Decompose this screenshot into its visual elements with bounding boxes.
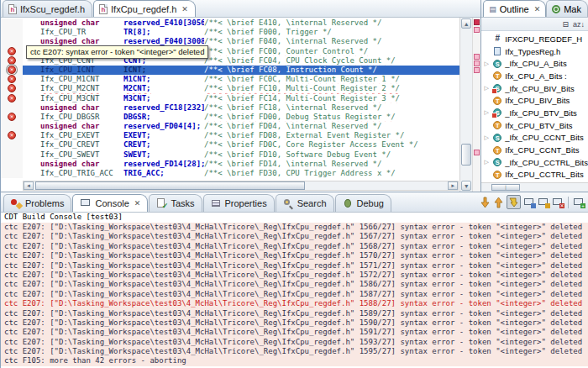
outline-item[interactable]: ▷S_Ifx_CPU_CCNT_Bits (481, 132, 588, 145)
error-mark[interactable] (474, 60, 480, 66)
error-mark[interactable] (474, 67, 480, 73)
member-name: M2CNT; (123, 84, 204, 93)
error-marker-icon[interactable]: ✕ (8, 75, 16, 83)
console-line[interactable]: ctc E207: ["D:\Tasking_Workspace\test03\… (1, 232, 588, 241)
console-line[interactable]: ctc E207: ["D:\Tasking_Workspace\test03\… (1, 280, 588, 289)
console-line[interactable]: ctc E207: ["D:\Tasking_Workspace\test03\… (1, 251, 588, 260)
scroll-left-arrow-icon[interactable]: ◄ (24, 181, 34, 190)
console-final-line[interactable]: ctc F105: more than 42 errors - aborting (1, 356, 588, 365)
error-marker-icon[interactable]: ✕ (8, 131, 16, 139)
code-line[interactable]: ✕Ifx_CPU_M3CNTM3CNT;/**< \brief FC14, Mu… (1, 94, 459, 103)
scroll-right-arrow-icon[interactable]: ► (448, 181, 458, 190)
error-marker-icon[interactable]: ✕ (8, 84, 16, 92)
outline-item[interactable]: TIfx_CPU_A_Bits : (481, 70, 588, 82)
code-line[interactable]: Ifx_CPU_CREVTCREVT;/**< \brief FD0C, Cor… (1, 140, 459, 150)
error-mark[interactable] (474, 27, 480, 33)
error-marker-icon[interactable]: ✕ (8, 113, 16, 121)
outline-item[interactable]: TIfx_CPU_CCNT_Bits (481, 144, 588, 156)
outline-item[interactable]: ▷S_Ifx_CPU_BTV_Bits (481, 107, 588, 119)
console-line[interactable]: ctc E207: ["D:\Tasking_Workspace\test03\… (1, 290, 588, 299)
outline-item[interactable]: #IFXCPU_REGDEF_H (481, 33, 588, 45)
display-selected-console-icon[interactable] (523, 197, 535, 208)
editor-horizontal-scrollbar[interactable]: ◄ ► (23, 181, 459, 191)
expand-arrow-icon[interactable]: ▷ (483, 60, 490, 67)
console-line[interactable]: ctc E207: ["D:\Tasking_Workspace\test03\… (1, 309, 588, 318)
error-mark[interactable] (474, 150, 480, 155)
console-line[interactable]: ctc E207: ["D:\Tasking_Workspace\test03\… (1, 223, 588, 232)
view-tab-properties[interactable]: Properties (203, 194, 275, 212)
horizontal-scroll-thumb[interactable] (35, 181, 305, 190)
code-line[interactable]: ✕Ifx_CPU_DBGSRDBGSR;/**< \brief FD00, De… (1, 113, 459, 122)
vertical-scroll-thumb[interactable] (461, 144, 471, 166)
scroll-up-arrow-icon[interactable]: ▲ (461, 18, 471, 29)
error-marker-icon[interactable]: ✕ (8, 94, 16, 103)
outline-item[interactable]: ▷S_Ifx_CPU_A_Bits (481, 57, 588, 70)
editor-tab-IfxCpu_regdef.h[interactable]: hIfxCpu_regdef.h✕ (93, 0, 196, 17)
outline-item[interactable]: TIfx_CPU_BIV_Bits (481, 94, 588, 107)
outline-item[interactable]: TIfx_CPU_CCTRL_Bits (481, 169, 588, 181)
code-line[interactable]: unsigned charreserved_FC18[232];/**< \br… (1, 103, 459, 113)
close-icon[interactable]: ✕ (180, 5, 188, 13)
error-mark[interactable] (474, 19, 480, 25)
view-tab-console[interactable]: Console✕ (72, 194, 148, 212)
console-view[interactable]: CDT Build Console [test03] ctc E207: ["D… (1, 213, 588, 368)
expand-arrow-icon[interactable]: ▷ (483, 85, 490, 92)
console-line[interactable]: ctc E207: ["D:\Tasking_Workspace\test03\… (1, 271, 588, 280)
tab-outline[interactable]: ▤ Outline ✕ (483, 0, 546, 17)
outline-tree[interactable]: #IFXCPU_REGDEF_HIfx_TypesReg.h▷S_Ifx_CPU… (481, 31, 588, 182)
console-line[interactable]: ctc E207: ["D:\Tasking_Workspace\test03\… (1, 261, 588, 271)
close-console-icon[interactable]: ✕ (552, 197, 564, 208)
code-line[interactable]: ✕Ifx_CPU_M1CNTM1CNT;/**< \brief FC0C, Mu… (1, 75, 459, 84)
collapse-all-icon[interactable]: ⊟ (562, 20, 569, 29)
console-line[interactable]: ctc E207: ["D:\Tasking_Workspace\test03\… (1, 299, 588, 308)
console-line[interactable]: ctc E207: ["D:\Tasking_Workspace\test03\… (1, 318, 588, 328)
code-line[interactable]: unsigned charreserved_E410[3056];/**< \b… (1, 18, 459, 28)
outline-horizontal-scrollbar[interactable]: 𝍩 (481, 182, 588, 192)
console-line[interactable]: ctc E207: ["D:\Tasking_Workspace\test03\… (1, 347, 588, 356)
console-line[interactable]: ctc E207: ["D:\Tasking_Workspace\test03\… (1, 338, 588, 347)
code-line[interactable]: unsigned charreserved_FD04[4];/**< \brie… (1, 122, 459, 131)
console-line[interactable]: ctc E207: ["D:\Tasking_Workspace\test03\… (1, 328, 588, 337)
code-comment: /**< \brief FC10, Multi-Count Register 2… (204, 84, 459, 93)
outline-item[interactable]: Ifx_TypesReg.h (481, 45, 588, 58)
code-area[interactable]: unsigned charreserved_E410[3056];/**< \b… (1, 18, 459, 192)
sort-icon[interactable]: a︎z↓ (573, 20, 585, 29)
outline-item[interactable]: TIfx_CPU_BTV_Bits (481, 119, 588, 132)
error-marker-icon[interactable]: ✕ (8, 47, 16, 55)
expand-arrow-icon[interactable]: ▷ (483, 134, 490, 141)
editor-body[interactable]: unsigned charreserved_E410[3056];/**< \b… (1, 18, 480, 192)
view-tab-search[interactable]: Search (276, 194, 334, 212)
scroll-lock-icon[interactable] (538, 197, 549, 208)
expand-arrow-icon[interactable]: ▷ (483, 109, 490, 116)
next-error-arrow-icon[interactable] (480, 197, 491, 208)
code-line[interactable]: ✕Ifx_CPU_ICNTICNT;/**< \brief FC08, Inst… (1, 66, 459, 75)
close-icon[interactable]: ✕ (533, 5, 541, 13)
scroll-down-arrow-icon[interactable]: ▼ (461, 181, 471, 191)
outline-scroll-thumb[interactable]: 𝍩 (491, 184, 520, 191)
error-marker-icon[interactable]: ✕ (8, 56, 16, 65)
previous-error-arrow-icon[interactable] (493, 197, 504, 208)
code-line[interactable]: ✕Ifx_CPU_M2CNTM2CNT;/**< \brief FC10, Mu… (1, 84, 459, 93)
editor-tab-IfxScu_regdef.h[interactable]: hIfxScu_regdef.h (3, 0, 92, 17)
error-marker-icon[interactable]: ✕ (8, 66, 16, 74)
view-tab-debug[interactable]: Debug (335, 194, 391, 212)
code-line[interactable]: ✕Ifx_CPU_EXEVTEXEVT;/**< \brief FD08, Ex… (1, 131, 459, 140)
code-line[interactable]: Ifx_CPU_TRIG_ACCTRIG_ACC;/**< \brief FD3… (1, 169, 459, 178)
outline-item[interactable]: ▷S_Ifx_CPU_CCTRL_Bits (481, 156, 588, 169)
error-mark[interactable] (474, 54, 480, 60)
typedef-letter: T (493, 146, 501, 155)
show-console-on-output-button[interactable] (507, 195, 521, 209)
code-line[interactable]: Ifx_CPU_TRTR[8];/**< \brief F000, Trigge… (1, 28, 459, 37)
view-tab-problems[interactable]: Problems (3, 194, 71, 212)
editor-vertical-scrollbar[interactable]: ▲ ▼ (459, 18, 472, 192)
overview-ruler[interactable] (472, 18, 480, 192)
tab-make-targets[interactable]: Mak (546, 0, 588, 17)
code-line[interactable]: unsigned charreserved_FD14[28];/**< \bri… (1, 160, 459, 169)
outline-item[interactable]: ▷S_Ifx_CPU_BIV_Bits (481, 82, 588, 95)
console-line[interactable]: ctc E207: ["D:\Tasking_Workspace\test03\… (1, 242, 588, 251)
view-tab-tasks[interactable]: ✓Tasks (149, 194, 202, 212)
close-icon[interactable]: ✕ (133, 199, 141, 208)
open-console-icon[interactable]: + (573, 197, 585, 208)
code-line[interactable]: Ifx_CPU_SWEVTSWEVT;/**< \brief FD10, Sof… (1, 150, 459, 160)
expand-arrow-icon[interactable]: ▷ (483, 159, 490, 166)
